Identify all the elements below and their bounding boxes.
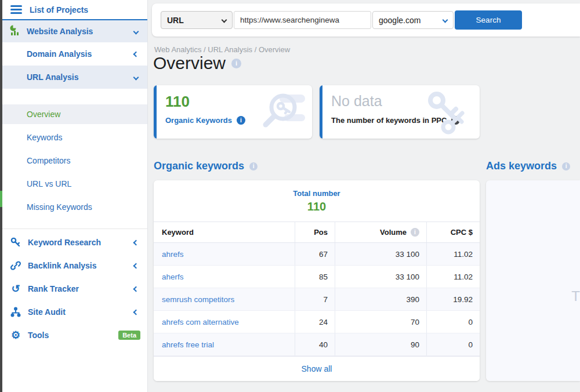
sidebar-item-url-vs-url[interactable]: URL vs URL [2, 173, 147, 195]
sidebar-item-rank-tracker[interactable]: ↺ Rank Tracker [2, 277, 147, 300]
chevron-left-icon [133, 263, 139, 268]
organic-keywords-section-title-row: Organic keywords i [154, 160, 258, 172]
search-query-input[interactable] [234, 11, 371, 29]
sidebar-item-domain-analysis[interactable]: Domain Analysis [2, 42, 147, 66]
ads-keywords-section-title-row: Ads keywords i [486, 160, 570, 172]
top-search-bar: URL google.com Search [152, 3, 580, 37]
chevron-left-icon [133, 309, 139, 315]
sidebar-item-label: Keyword Research [28, 238, 101, 247]
sidebar-item-keyword-research[interactable]: Keyword Research [2, 231, 147, 254]
sidebar-item-label: Missing Keywords [27, 202, 92, 212]
cpc-cell: 11.02 [426, 243, 480, 265]
link-icon [9, 260, 22, 271]
sidebar-item-label: Rank Tracker [28, 284, 79, 293]
page-title-row: Overview i [153, 53, 241, 73]
page-title: Overview [153, 53, 226, 73]
sidebar-item-backlink-analysis[interactable]: Backlink Analysis [2, 254, 147, 277]
history-icon: ↺ [9, 284, 22, 294]
sidebar-item-site-audit[interactable]: Site Audit [2, 300, 147, 324]
table-header-row: Keyword Pos Volume i CPC $ [154, 222, 480, 243]
info-icon[interactable]: i [237, 116, 245, 125]
cpc-cell: 19.92 [426, 288, 480, 310]
column-header-keyword: Keyword [154, 222, 295, 242]
magnifier-key-watermark-icon [254, 90, 307, 134]
sidebar-item-missing-keywords[interactable]: Missing Keywords [2, 196, 147, 218]
rail-active-indicator [0, 191, 2, 207]
chevron-down-icon [222, 17, 227, 23]
show-all-button[interactable]: Show all [154, 356, 480, 381]
chevron-down-icon [133, 28, 139, 34]
sidebar-item-label: URL Analysis [27, 72, 78, 82]
sidebar-item-overview[interactable]: Overview [2, 104, 147, 124]
search-type-value: URL [167, 16, 184, 25]
pos-cell: 24 [295, 311, 335, 333]
keyword-link[interactable]: semrush competitors [162, 295, 234, 304]
search-type-select[interactable]: URL [161, 11, 233, 29]
beta-badge: Beta [118, 331, 140, 340]
sidebar-divider [2, 228, 147, 229]
organic-keywords-label: Organic Keywords [165, 116, 232, 125]
total-number-value: 110 [307, 200, 326, 213]
pos-cell: 40 [295, 333, 335, 355]
sidebar-item-label: URL vs URL [27, 179, 71, 188]
column-header-cpc: CPC $ [426, 222, 480, 242]
chevron-down-icon [443, 17, 448, 23]
volume-cell: 390 [335, 288, 426, 310]
cpc-cell: 0 [426, 333, 480, 355]
keyword-link[interactable]: ahrefs com alternative [162, 318, 239, 326]
search-engine-select[interactable]: google.com [372, 11, 454, 29]
volume-cell: 33 100 [335, 243, 426, 265]
chevron-left-icon [133, 239, 139, 245]
keyword-link[interactable]: aherfs [162, 273, 184, 281]
sidebar-item-label: Site Audit [28, 307, 66, 317]
sidebar-item-list-of-projects[interactable]: List of Projects [2, 0, 147, 19]
chevron-left-icon [133, 51, 139, 57]
keys-watermark-icon [410, 90, 475, 136]
volume-cell: 90 [335, 333, 426, 355]
table-row: ahrefs 67 33 100 11.02 [154, 243, 480, 266]
keyword-link[interactable]: ahrefs free trial [162, 340, 214, 349]
sidebar-item-keywords[interactable]: Keywords [2, 126, 147, 148]
total-number-block: Total number 110 [154, 180, 480, 222]
sidebar-item-label: Domain Analysis [27, 49, 92, 59]
info-icon[interactable]: i [411, 228, 419, 237]
table-row: aherfs 85 33 100 11.02 [154, 266, 480, 288]
sidebar-item-url-analysis[interactable]: URL Analysis [2, 66, 147, 89]
cpc-cell: 11.02 [426, 266, 480, 288]
sidebar-item-competitors[interactable]: Competitors [2, 150, 147, 172]
ppc-keywords-summary-card: No data The number of keywords in PPC i [320, 85, 480, 139]
organic-keywords-table-card: Total number 110 Keyword Pos Volume i CP… [154, 180, 480, 381]
table-body: ahrefs 67 33 100 11.02 aherfs 85 33 100 … [154, 243, 480, 356]
keyword-link[interactable]: ahrefs [162, 250, 184, 259]
sitemap-icon [9, 306, 22, 318]
breadcrumb: Web Analytics / URL Analysis / Overview [154, 45, 290, 54]
sidebar-item-tools[interactable]: ⚙ Tools Beta [2, 324, 147, 347]
table-row: semrush competitors 7 390 19.92 [154, 288, 480, 311]
column-header-volume: Volume i [335, 222, 426, 242]
column-header-volume-label: Volume [380, 228, 407, 237]
pos-cell: 7 [295, 288, 335, 310]
pos-cell: 85 [295, 266, 335, 288]
analytics-chart-icon [9, 24, 21, 38]
chevron-left-icon [133, 286, 139, 292]
info-icon[interactable]: i [231, 59, 241, 68]
sidebar-item-label: Backlink Analysis [28, 261, 97, 270]
sidebar-item-website-analysis[interactable]: Website Analysis [2, 20, 147, 42]
sidebar-item-label: Keywords [27, 133, 62, 142]
sidebar-item-label: Website Analysis [27, 27, 93, 36]
volume-cell: 33 100 [335, 266, 426, 288]
organic-keywords-summary-card: 110 Organic Keywords i [154, 85, 312, 139]
hamburger-menu-icon[interactable] [10, 5, 22, 14]
gear-icon: ⚙ [9, 330, 22, 340]
info-icon[interactable]: i [562, 162, 570, 170]
search-button[interactable]: Search [455, 10, 522, 30]
organic-keywords-section-title: Organic keywords [154, 160, 244, 172]
volume-cell: 70 [335, 311, 426, 333]
ads-keywords-clipped-text: T [571, 288, 580, 304]
column-header-pos: Pos [295, 222, 335, 242]
key-icon [9, 237, 22, 248]
sidebar: List of Projects Website Analysis Domain… [2, 0, 148, 392]
info-icon[interactable]: i [249, 162, 258, 170]
total-number-label: Total number [293, 189, 340, 198]
sidebar-item-label: Competitors [27, 156, 70, 165]
